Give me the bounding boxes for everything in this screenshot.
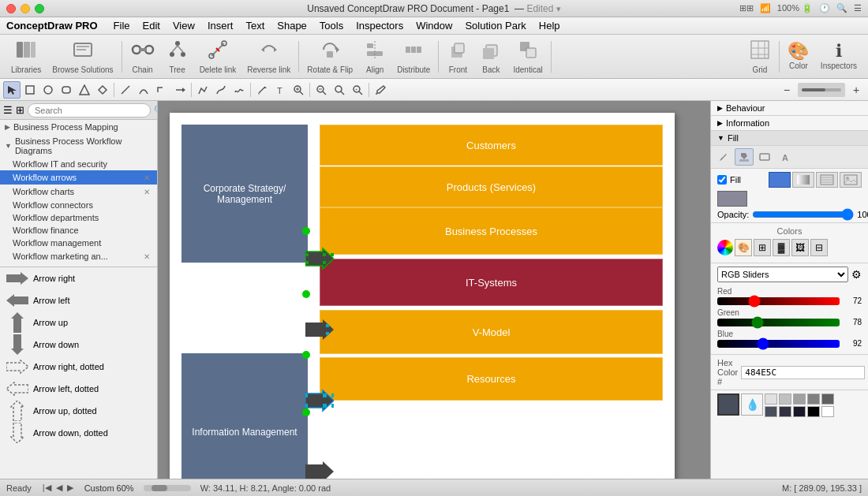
fill-pattern-btn[interactable]	[816, 172, 838, 188]
shape-tool-2[interactable]	[76, 81, 93, 99]
delete-link-button[interactable]: Delete link	[195, 37, 241, 76]
grid-view-icon[interactable]: ⊞	[16, 104, 24, 116]
corporate-strategy-box[interactable]: Corporate Strategy/ Management	[181, 125, 308, 263]
page-prev-btn[interactable]: ◀	[54, 483, 64, 493]
menu-file[interactable]: File	[107, 17, 137, 35]
arc-tool[interactable]	[153, 81, 170, 99]
sidebar-item-workflow-management[interactable]: Workflow management	[0, 237, 157, 249]
fill-section-header[interactable]: ▼ Fill	[711, 131, 868, 146]
pencil-tool[interactable]	[253, 81, 271, 99]
inspectors-button[interactable]: ℹ Inspectors	[816, 41, 862, 72]
maximize-button[interactable]	[35, 4, 44, 13]
zoom-label[interactable]: Custom 60%	[84, 483, 134, 493]
rounded-rect-tool[interactable]	[58, 81, 75, 99]
color-wheel-icon[interactable]	[717, 240, 733, 255]
grid-button[interactable]: Grid	[744, 37, 776, 76]
information-management-box[interactable]: Information Management	[181, 353, 308, 479]
text-tool[interactable]: T	[271, 81, 289, 99]
color-palette-1-icon[interactable]: 🎨	[735, 239, 752, 256]
color-custom-icon[interactable]: ⊟	[810, 239, 828, 256]
color-button[interactable]: 🎨 Color	[783, 41, 814, 72]
swatch-10[interactable]	[821, 406, 834, 417]
sidebar-item-workflow-charts[interactable]: Workflow charts ✕	[0, 185, 157, 199]
menu-tools[interactable]: Tools	[313, 17, 350, 35]
color-model-select[interactable]: RGB Sliders HSB Sliders CMYK Sliders	[717, 267, 848, 282]
current-color-swatch[interactable]	[717, 393, 739, 416]
front-button[interactable]: Front	[442, 37, 473, 76]
workflow-marketing-close[interactable]: ✕	[141, 251, 152, 262]
workflow-charts-close[interactable]: ✕	[141, 186, 152, 197]
tree-button[interactable]: Tree	[162, 37, 193, 76]
scroll-thumb[interactable]	[152, 485, 167, 491]
distribute-button[interactable]: Distribute	[392, 37, 435, 76]
fill-gradient-linear-btn[interactable]	[792, 172, 814, 188]
sidebar-item-workflow-connectors[interactable]: Workflow connectors	[0, 199, 157, 211]
sidebar-item-workflow-finance[interactable]: Workflow finance	[0, 224, 157, 237]
menu-view[interactable]: View	[166, 17, 201, 35]
shape-item-arrow-right-dotted[interactable]: Arrow right, dotted	[0, 356, 157, 378]
libraries-button[interactable]: Libraries	[6, 37, 46, 76]
list-view-icon[interactable]: ☰	[3, 104, 13, 116]
swatch-2[interactable]	[779, 393, 791, 405]
opacity-slider[interactable]	[752, 210, 854, 219]
lane-vmodel[interactable]: V-Model	[320, 310, 663, 354]
sidebar-section-bpm[interactable]: ▶ Business Process Mapping	[0, 120, 157, 134]
menu-window[interactable]: Window	[410, 17, 458, 35]
shape-item-arrow-left-dotted[interactable]: Arrow left, dotted	[0, 378, 157, 400]
swatch-1[interactable]	[765, 393, 777, 405]
lane-customers[interactable]: Customers	[320, 125, 663, 166]
search-icon[interactable]: 🔍	[836, 3, 847, 13]
hex-input[interactable]	[741, 366, 865, 379]
lane-resources[interactable]: Resources	[320, 357, 663, 401]
minimize-button[interactable]	[21, 4, 30, 13]
menu-inspectors[interactable]: Inspectors	[350, 17, 410, 35]
polyline-tool[interactable]	[194, 81, 211, 99]
page-first-btn[interactable]: |◀	[41, 483, 53, 493]
align-button[interactable]: Align	[359, 37, 391, 76]
sidebar-item-workflow-it[interactable]: Workflow IT and security	[0, 158, 157, 170]
rgb-settings-icon[interactable]: ⚙	[851, 268, 862, 281]
fill-bucket-icon[interactable]	[735, 148, 754, 166]
menu-shape[interactable]: Shape	[271, 17, 313, 35]
shape-item-arrow-down-dotted[interactable]: Arrow down, dotted	[0, 422, 157, 444]
shape-item-arrow-right[interactable]: Arrow right	[0, 267, 157, 289]
swatch-9[interactable]	[807, 406, 820, 417]
swatch-8[interactable]	[793, 406, 806, 417]
search-input[interactable]	[28, 103, 151, 117]
paint-brush-icon[interactable]	[714, 148, 733, 166]
fill-color-swatch[interactable]	[717, 191, 747, 207]
text-style-icon[interactable]: A	[776, 148, 795, 166]
curve-tool[interactable]	[212, 81, 230, 99]
page-next-btn[interactable]: ▶	[65, 483, 75, 493]
sidebar-section-bpwd[interactable]: ▼ Business Process Workflow Diagrams	[0, 134, 157, 158]
zoom-plus-btn[interactable]: +	[847, 81, 865, 99]
lane-it-systems[interactable]: IT-Systems	[320, 259, 663, 306]
menu-help[interactable]: Help	[533, 17, 567, 35]
shape-item-arrow-down[interactable]: Arrow down	[0, 334, 157, 356]
rect-tool[interactable]	[21, 81, 39, 99]
zoom-in-tool[interactable]	[290, 81, 307, 99]
swatch-5[interactable]	[821, 393, 834, 405]
lane-business-processes[interactable]: Business Processes	[320, 207, 663, 255]
shape-item-arrow-up[interactable]: Arrow up	[0, 311, 157, 334]
select-tool[interactable]	[3, 81, 21, 99]
menu-solution-park[interactable]: Solution Park	[458, 17, 532, 35]
connector-tool[interactable]	[171, 81, 189, 99]
bezier-tool[interactable]	[135, 81, 152, 99]
line-style-icon[interactable]	[755, 148, 774, 166]
shape-item-arrow-up-dotted[interactable]: Arrow up, dotted	[0, 400, 157, 422]
menu-text[interactable]: Text	[239, 17, 271, 35]
identical-button[interactable]: Identical	[508, 37, 547, 76]
menu-edit[interactable]: Edit	[137, 17, 166, 35]
shape-item-arrow-left[interactable]: Arrow left	[0, 289, 157, 311]
ellipse-tool[interactable]	[39, 81, 57, 99]
rotate-flip-button[interactable]: Rotate & Flip	[302, 37, 357, 76]
freehand-tool[interactable]	[230, 81, 248, 99]
reverse-link-button[interactable]: Reverse link	[242, 37, 295, 76]
sidebar-item-workflow-arrows[interactable]: Workflow arrows ✕	[0, 170, 157, 185]
color-grid-icon[interactable]: ⊞	[754, 239, 771, 256]
canvas-area[interactable]: Corporate Strategy/ Management Informati…	[158, 101, 710, 479]
shape-tool-3[interactable]	[94, 81, 111, 99]
zoom-custom-tool[interactable]: +	[349, 81, 366, 99]
swatch-4[interactable]	[807, 393, 820, 405]
